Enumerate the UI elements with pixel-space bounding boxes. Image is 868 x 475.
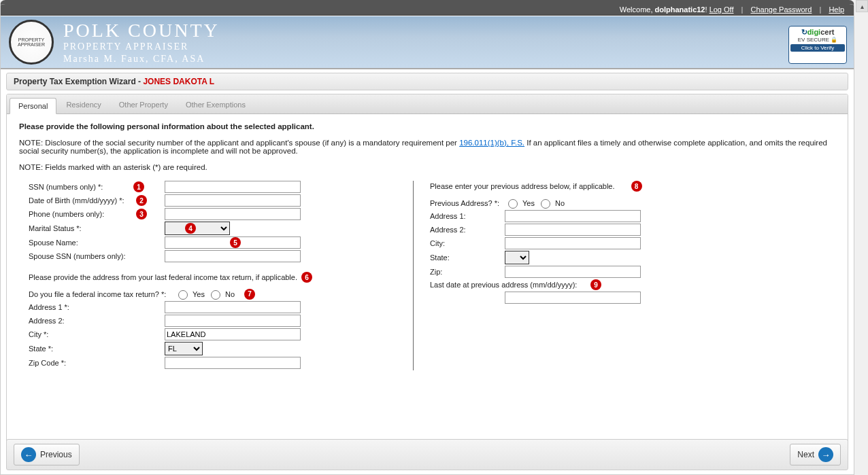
tax-instruction: Please provide the address from your las… [29, 272, 397, 283]
right-column: Please enter your previous address below… [414, 181, 795, 370]
wizard-panel: Personal Residency Other Property Other … [6, 94, 848, 447]
yes-label: Yes [193, 290, 205, 298]
prev-state-label: State: [430, 253, 505, 262]
tab-strip: Personal Residency Other Property Other … [7, 94, 848, 114]
prev-addr-q-label: Previous Address? *: [430, 199, 505, 207]
wizard-title-prefix: Property Tax Exemption Wizard - [14, 77, 143, 86]
marker-4: 4 [185, 223, 196, 234]
last-date-label: Last date at previous address (mm/dd/yyy… [430, 281, 586, 289]
app-window: Welcome, dolphanatic12! Log Off | Change… [0, 0, 854, 475]
marker-3: 3 [136, 209, 147, 219]
help-link[interactable]: Help [829, 5, 844, 14]
banner: PROPERTYAPPRAISER POLK COUNTY PROPERTY A… [1, 16, 854, 69]
marker-1: 1 [133, 181, 144, 192]
digicert-badge[interactable]: ↻digicert EV SECURE 🔒 Click to Verify [788, 26, 847, 64]
prev-addr2-label: Address 2: [430, 226, 505, 234]
content-heading: Please provide the following personal in… [19, 122, 835, 130]
banner-text: POLK COUNTY PROPERTY APPRAISER Marsha M.… [63, 20, 220, 65]
prev-addr-instruction-text: Please enter your previous address below… [430, 182, 615, 190]
wizard-title: Property Tax Exemption Wizard - JONES DA… [6, 73, 848, 90]
prev-addr1-input[interactable] [505, 210, 641, 222]
marker-8: 8 [631, 181, 642, 192]
city-input[interactable] [165, 328, 301, 340]
prev-addr2-input[interactable] [505, 224, 641, 236]
tab-other-property[interactable]: Other Property [111, 97, 176, 113]
welcome-prefix: Welcome, [620, 5, 655, 14]
last-date-input[interactable] [505, 292, 641, 304]
prev-city-input[interactable] [505, 237, 641, 249]
phone-input[interactable] [165, 208, 301, 220]
arrow-right-icon: → [818, 447, 833, 462]
prev-addr1-label: Address 1: [430, 212, 505, 220]
county-seal-icon: PROPERTYAPPRAISER [9, 20, 54, 65]
marital-label: Marital Status *: [29, 224, 165, 232]
note1-prefix: NOTE: Disclosure of the social security … [19, 139, 459, 147]
applicant-name: JONES DAKOTA L [143, 77, 214, 86]
top-bar: Welcome, dolphanatic12! Log Off | Change… [1, 3, 854, 16]
tax-file-label: Do you file a federal income tax return?… [29, 290, 175, 298]
city-label: City *: [29, 330, 165, 338]
note-disclosure: NOTE: Disclosure of the social security … [19, 139, 835, 155]
spouse-ssn-input[interactable] [165, 250, 301, 262]
digicert-ev: EV SECURE 🔒 [790, 37, 845, 43]
next-button[interactable]: Next → [790, 444, 841, 465]
prev-addr-instruction: Please enter your previous address below… [430, 181, 795, 192]
username: dolphanatic12 [655, 5, 705, 14]
tab-personal[interactable]: Personal [10, 98, 56, 114]
tax-instruction-text: Please provide the address from your las… [29, 273, 297, 281]
tab-other-exemptions[interactable]: Other Exemptions [178, 97, 254, 113]
prev-addr-no-radio[interactable] [541, 199, 550, 209]
zip-input[interactable] [165, 357, 301, 369]
no-label: No [225, 290, 235, 298]
previous-button[interactable]: ← Previous [14, 444, 80, 465]
banner-line2: PROPERTY APPRAISER [63, 41, 220, 52]
prev-yes-label: Yes [522, 199, 535, 207]
welcome-suffix: ! [705, 5, 707, 14]
scroll-up-icon[interactable]: ▴ [856, 0, 868, 12]
dob-input[interactable] [165, 194, 301, 207]
tab-residency[interactable]: Residency [58, 97, 109, 113]
ssn-input[interactable] [165, 181, 301, 193]
note-required: NOTE: Fields marked with an asterisk (*)… [19, 163, 835, 171]
marker-6: 6 [301, 272, 312, 283]
separator: | [741, 5, 744, 14]
outer-scrollbar[interactable]: ▴ [856, 0, 868, 475]
zip-label: Zip Code *: [29, 359, 165, 367]
nav-bar: ← Previous Next → [6, 439, 848, 470]
banner-line3: Marsha M. Faux, CFA, ASA [63, 54, 220, 65]
state-select[interactable]: FL [165, 342, 203, 355]
logoff-link[interactable]: Log Off [710, 5, 734, 14]
digicert-brand: ↻digicert [790, 28, 845, 37]
previous-label: Previous [40, 450, 72, 459]
next-label: Next [797, 450, 814, 459]
tax-file-no-radio[interactable] [211, 290, 220, 300]
marker-5: 5 [230, 237, 241, 248]
banner-line1: POLK COUNTY [63, 20, 220, 41]
marker-9: 9 [590, 279, 601, 290]
marital-select[interactable] [165, 222, 230, 235]
addr2-label: Address 2: [29, 317, 165, 325]
marker-2: 2 [136, 195, 147, 206]
tab-content: Please provide the following personal in… [7, 114, 848, 379]
prev-city-label: City: [430, 239, 505, 247]
digicert-verify: Click to Verify [790, 44, 845, 52]
tax-file-yes-radio[interactable] [178, 290, 188, 300]
left-column: SSN (numbers only) *: 1 Date of Birth (m… [19, 181, 414, 370]
marker-7: 7 [244, 289, 255, 300]
prev-addr-yes-radio[interactable] [508, 199, 518, 209]
arrow-left-icon: ← [21, 447, 36, 462]
state-label: State *: [29, 345, 165, 353]
change-password-link[interactable]: Change Password [751, 5, 812, 14]
separator: | [819, 5, 821, 14]
prev-state-select[interactable] [505, 251, 529, 264]
prev-zip-label: Zip: [430, 268, 505, 276]
addr1-label: Address 1 *: [29, 303, 165, 311]
prev-zip-input[interactable] [505, 266, 641, 278]
addr1-input[interactable] [165, 301, 301, 313]
addr2-input[interactable] [165, 315, 301, 327]
prev-no-label: No [555, 199, 565, 207]
statute-link[interactable]: 196.011(1)(b), F.S. [459, 139, 524, 147]
spouse-name-label: Spouse Name: [29, 239, 165, 247]
spouse-ssn-label: Spouse SSN (numbers only): [29, 252, 165, 260]
ssn-label: SSN (numbers only) *: [29, 183, 165, 191]
